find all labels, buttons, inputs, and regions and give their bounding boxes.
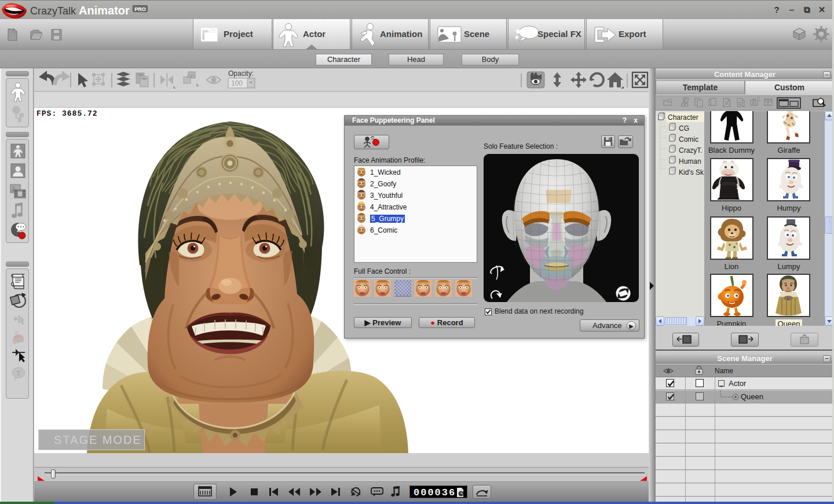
svg-text:Opacity:: Opacity: xyxy=(228,69,254,78)
svg-text:Human: Human xyxy=(679,157,701,165)
svg-text:Comic: Comic xyxy=(679,135,698,144)
svg-text:Name: Name xyxy=(715,367,733,375)
svg-text:T: T xyxy=(16,369,21,377)
svg-text:100: 100 xyxy=(231,79,243,87)
svg-text:Character: Character xyxy=(668,113,698,122)
svg-text:Kid's Sk: Kid's Sk xyxy=(679,168,704,176)
svg-text:CG: CG xyxy=(679,124,689,133)
svg-text:CrazyT.: CrazyT. xyxy=(679,146,703,154)
